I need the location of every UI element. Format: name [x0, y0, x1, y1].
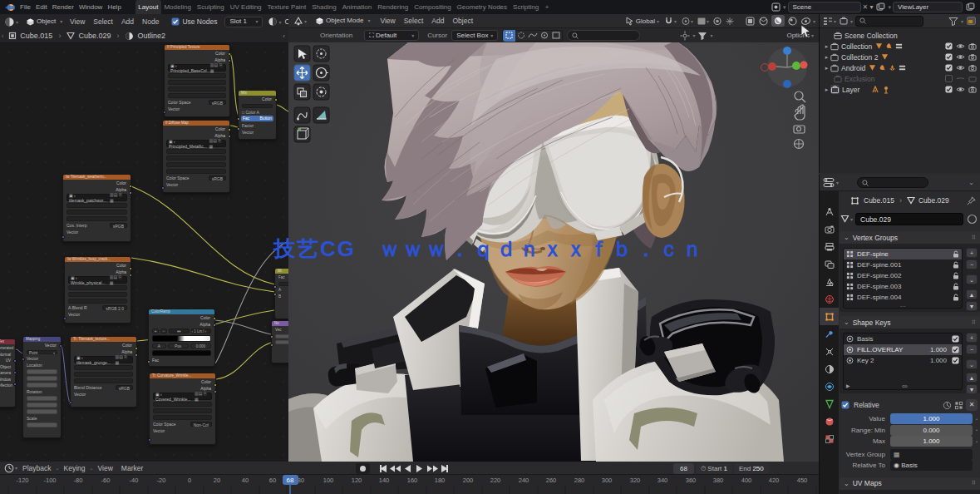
svg-text:20: 20: [214, 477, 220, 484]
svg-text:400: 400: [741, 477, 752, 484]
svg-text:380: 380: [713, 477, 724, 484]
svg-text:450: 450: [797, 477, 808, 484]
svg-text:60: 60: [269, 477, 276, 484]
svg-text:240: 240: [519, 477, 529, 484]
svg-text:340: 340: [657, 477, 668, 484]
svg-text:-40: -40: [130, 477, 139, 484]
svg-text:-100: -100: [43, 477, 56, 484]
svg-text:120: 120: [352, 477, 362, 484]
svg-text:-20: -20: [157, 477, 166, 484]
svg-text:200: 200: [463, 477, 474, 484]
svg-text:100: 100: [323, 477, 334, 484]
svg-text:160: 160: [407, 477, 418, 484]
svg-text:420: 420: [769, 477, 780, 484]
svg-text:320: 320: [630, 477, 641, 484]
svg-text:360: 360: [686, 477, 697, 484]
svg-text:-80: -80: [74, 477, 83, 484]
svg-text:80: 80: [298, 477, 304, 484]
svg-text:300: 300: [602, 477, 613, 484]
svg-text:260: 260: [546, 477, 557, 484]
svg-text:-60: -60: [101, 477, 111, 484]
svg-text:-120: -120: [16, 477, 28, 484]
svg-text:68: 68: [287, 477, 294, 484]
svg-text:280: 280: [574, 477, 585, 484]
svg-text:180: 180: [435, 477, 446, 484]
svg-text:40: 40: [242, 477, 249, 484]
svg-text:0: 0: [188, 477, 191, 484]
svg-text:220: 220: [490, 477, 501, 484]
svg-text:140: 140: [379, 477, 390, 484]
